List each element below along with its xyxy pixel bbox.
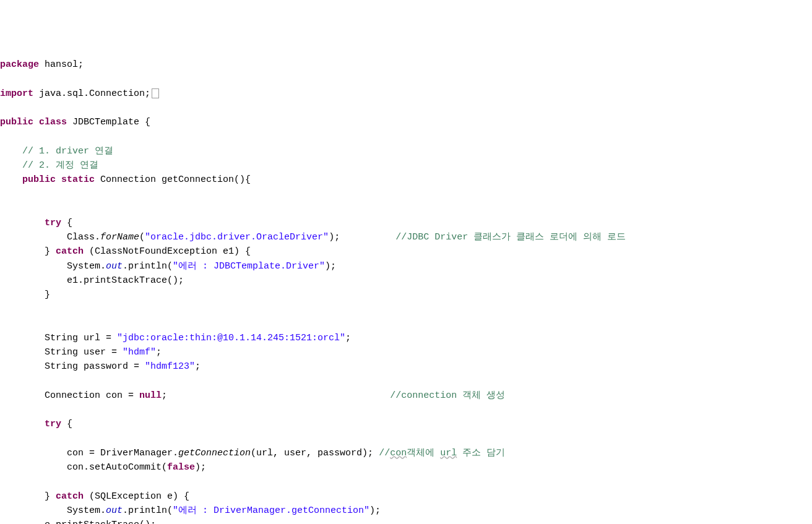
- line: System.out.println("에러 : JDBCTemplate.Dr…: [0, 261, 336, 272]
- keyword-class: class: [39, 117, 67, 127]
- string-literal: "hdmf123": [145, 361, 195, 372]
- line: e1.printStackTrace();: [0, 275, 184, 286]
- code-editor[interactable]: package hansol; import java.sql.Connecti…: [0, 58, 812, 524]
- comment: //con객체에 url 주소 담기: [379, 448, 505, 458]
- line: e.printStackTrace();: [0, 520, 156, 524]
- static-method: forName: [100, 232, 139, 243]
- line: package hansol;: [0, 59, 84, 70]
- line: String user = "hdmf";: [0, 347, 162, 358]
- keyword-static: static: [61, 174, 95, 185]
- keyword-false: false: [167, 462, 195, 473]
- keyword-try: try: [45, 419, 61, 429]
- comment: //JDBC Driver 클래스가 클래스 로더에 의해 로드: [395, 232, 626, 243]
- string-literal: "jdbc:oracle:thin:@10.1.14.245:1521:orcl…: [117, 333, 345, 343]
- line: try {: [0, 419, 72, 429]
- string-literal: "hdmf": [123, 347, 156, 358]
- keyword-catch: catch: [56, 246, 84, 257]
- static-method: getConnection: [178, 448, 251, 458]
- string-literal: "에러 : DriverManager.getConnection": [173, 505, 369, 516]
- line: } catch (ClassNotFoundException e1) {: [0, 246, 251, 257]
- line: Class.forName("oracle.jdbc.driver.Oracle…: [0, 232, 626, 243]
- line: public class JDBCTemplate {: [0, 117, 150, 127]
- comment: // 2. 계정 연결: [0, 160, 98, 171]
- keyword-package: package: [0, 59, 39, 70]
- field-out: out: [106, 261, 123, 272]
- keyword-public: public: [22, 174, 56, 185]
- keyword-catch: catch: [56, 491, 84, 502]
- comment: //connection 객체 생성: [390, 390, 505, 401]
- line: import java.sql.Connection;: [0, 88, 159, 99]
- field-out: out: [106, 505, 123, 516]
- line: try {: [0, 218, 72, 228]
- line: String password = "hdmf123";: [0, 361, 201, 372]
- spellcheck-underline: con: [390, 448, 407, 458]
- keyword-try: try: [45, 218, 61, 228]
- line: Connection con = null; //connection 객체 생…: [0, 390, 505, 401]
- line: System.out.println("에러 : DriverManager.g…: [0, 505, 381, 516]
- string-literal: "oracle.jdbc.driver.OracleDriver": [145, 232, 329, 243]
- keyword-public: public: [0, 117, 33, 127]
- keyword-null: null: [139, 390, 162, 401]
- string-literal: "에러 : JDBCTemplate.Driver": [173, 261, 325, 272]
- comment: // 1. driver 연결: [0, 146, 113, 157]
- line: con.setAutoCommit(false);: [0, 462, 206, 473]
- spellcheck-underline: url: [440, 448, 457, 458]
- fold-marker-icon[interactable]: [152, 88, 159, 98]
- line: public static Connection getConnection()…: [0, 174, 251, 185]
- line: String url = "jdbc:oracle:thin:@10.1.14.…: [0, 333, 351, 343]
- keyword-import: import: [0, 88, 33, 99]
- line: con = DriverManager.getConnection(url, u…: [0, 448, 505, 458]
- line: } catch (SQLException e) {: [0, 491, 189, 502]
- line: }: [0, 290, 50, 300]
